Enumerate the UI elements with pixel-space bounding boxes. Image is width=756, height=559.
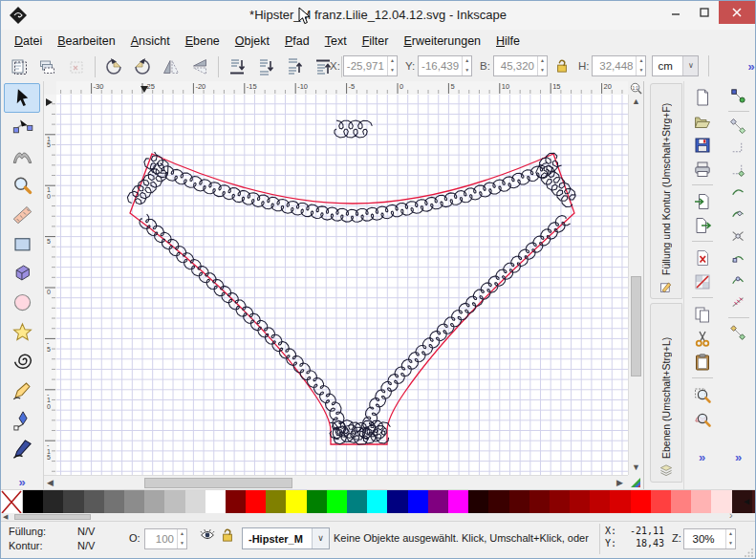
- tool-pen[interactable]: [4, 405, 40, 435]
- menu-text[interactable]: Text: [317, 32, 355, 50]
- swatch-#808000[interactable]: [266, 490, 286, 514]
- flip-vertical-button[interactable]: [186, 54, 213, 80]
- swatch-#262626[interactable]: [43, 490, 63, 514]
- swatch-#ff0000[interactable]: [246, 490, 266, 514]
- rotate-ccw-button[interactable]: [100, 54, 127, 80]
- y-field[interactable]: -16,439▲▼: [418, 55, 472, 76]
- lower-bottom-button[interactable]: [224, 54, 250, 80]
- h-down-icon[interactable]: ▼: [637, 66, 645, 75]
- tool-measure[interactable]: [4, 200, 40, 229]
- color-profile-toggle-icon[interactable]: [628, 475, 643, 489]
- swatch-#ffb3b3[interactable]: [691, 490, 711, 514]
- swatch-#bfbfbf[interactable]: [164, 490, 184, 514]
- opacity-down-icon[interactable]: ▼: [178, 539, 186, 548]
- swatch-#595959[interactable]: [84, 490, 104, 514]
- w-down-icon[interactable]: ▼: [538, 66, 547, 75]
- rotate-cw-button[interactable]: [129, 54, 156, 80]
- zoom-selection-button[interactable]: [689, 382, 716, 406]
- menu-ebene[interactable]: Ebene: [178, 32, 227, 50]
- menu-datei[interactable]: Datei: [7, 32, 50, 50]
- menu-ansicht[interactable]: Ansicht: [123, 32, 178, 50]
- swatch-#008000[interactable]: [307, 490, 327, 514]
- swatch-#3a0000[interactable]: [488, 490, 508, 514]
- swatch-#200000[interactable]: [468, 490, 488, 514]
- canvas[interactable]: [56, 95, 628, 475]
- tool-star[interactable]: [4, 317, 40, 347]
- tool-rect[interactable]: [4, 229, 40, 259]
- menu-hilfe[interactable]: Hilfe: [488, 32, 528, 50]
- swatch-#a40000[interactable]: [570, 490, 590, 514]
- swatch-#ffffff[interactable]: [205, 490, 226, 514]
- swatch-#ff0000[interactable]: [631, 490, 651, 514]
- snap-bbox-corners-button[interactable]: [727, 160, 750, 182]
- zoom-drawing-button[interactable]: [689, 406, 716, 430]
- layer-lock-icon[interactable]: [221, 527, 234, 543]
- menu-pfad[interactable]: Pfad: [277, 32, 317, 50]
- scroll-up-icon[interactable]: ▲: [632, 96, 640, 108]
- swatch-#d9d9d9[interactable]: [185, 490, 205, 514]
- swatch-#800080[interactable]: [428, 490, 448, 514]
- swatch-#8c8c8c[interactable]: [124, 490, 144, 514]
- snap-lines-button[interactable]: [727, 291, 750, 313]
- commands-overflow-button[interactable]: »: [684, 450, 720, 464]
- tool-box3d[interactable]: [4, 259, 40, 289]
- swatch-#800000[interactable]: [226, 490, 246, 514]
- fill-value[interactable]: N/V: [77, 526, 95, 537]
- swatch-#000000[interactable]: [23, 490, 43, 514]
- swatch-#550000[interactable]: [509, 490, 529, 514]
- maximize-button[interactable]: [690, 1, 719, 24]
- paste-button[interactable]: [689, 350, 716, 374]
- import-button[interactable]: [689, 189, 716, 213]
- sticky-zoom-icon[interactable]: 1:1: [628, 81, 643, 95]
- tool-calligraphy[interactable]: [4, 434, 40, 463]
- copy-button[interactable]: [689, 302, 716, 326]
- tool-pencil[interactable]: [4, 376, 40, 405]
- opacity-up-icon[interactable]: ▲: [178, 529, 186, 539]
- y-up-icon[interactable]: ▲: [463, 56, 471, 66]
- resize-grip[interactable]: [745, 548, 754, 557]
- zoom-up-icon[interactable]: ▲: [726, 529, 735, 539]
- snap-bbox-button[interactable]: [727, 116, 750, 138]
- palette-scrollbar[interactable]: ◀ ›: [1, 513, 756, 521]
- menu-erweiterungen[interactable]: Erweiterungen: [396, 32, 488, 50]
- swatch-#00ffff[interactable]: [367, 490, 387, 514]
- menu-objekt[interactable]: Objekt: [227, 32, 277, 50]
- zoom-field[interactable]: 30% ▲▼: [683, 528, 736, 549]
- x-down-icon[interactable]: ▼: [388, 66, 397, 75]
- snap-overflow-button[interactable]: »: [720, 450, 756, 464]
- x-up-icon[interactable]: ▲: [388, 56, 397, 66]
- h-field[interactable]: 32,448▲▼: [592, 55, 646, 76]
- scroll-left-icon[interactable]: ◀: [47, 477, 54, 489]
- swatch-#8a0000[interactable]: [550, 490, 570, 514]
- tool-select[interactable]: [4, 83, 40, 113]
- zoom-down-icon[interactable]: ▼: [726, 539, 735, 548]
- layer-visibility-eye-icon[interactable]: [200, 528, 215, 542]
- save-button[interactable]: [689, 133, 716, 157]
- snap-others-button[interactable]: [727, 322, 750, 344]
- swatch-#008080[interactable]: [347, 490, 367, 514]
- x-field[interactable]: -25,971▲▼: [343, 55, 398, 76]
- swatch-#d90000[interactable]: [610, 490, 630, 514]
- swatch-#404040[interactable]: [63, 490, 83, 514]
- snap-bbox-edges-button[interactable]: [727, 138, 750, 160]
- redo-button[interactable]: [689, 269, 716, 293]
- scroll-down-icon[interactable]: ▼: [632, 462, 640, 474]
- menu-bearbeiten[interactable]: Bearbeiten: [50, 32, 122, 50]
- swatch-#0000ff[interactable]: [408, 490, 428, 514]
- swatch-#451717[interactable]: [752, 490, 756, 514]
- flip-horizontal-button[interactable]: [158, 54, 184, 80]
- select-all-layers-button[interactable]: [34, 54, 61, 80]
- menu-filter[interactable]: Filter: [355, 32, 397, 50]
- snap-paths-button[interactable]: [727, 204, 750, 226]
- swatch-#ff00ff[interactable]: [448, 490, 468, 514]
- snap-cusp-button[interactable]: [727, 247, 750, 269]
- minimize-button[interactable]: [661, 1, 690, 24]
- unit-dropdown[interactable]: cm∨: [652, 55, 699, 76]
- snap-smooth-button[interactable]: [727, 269, 750, 291]
- swatch-#ff8080[interactable]: [671, 490, 691, 514]
- w-up-icon[interactable]: ▲: [538, 56, 547, 66]
- palette-scroll-left-icon[interactable]: ◄: [742, 496, 751, 506]
- snap-nodes-button[interactable]: [727, 182, 750, 204]
- swatch-#00ff00[interactable]: [327, 490, 347, 514]
- swatch-#6f0000[interactable]: [529, 490, 550, 514]
